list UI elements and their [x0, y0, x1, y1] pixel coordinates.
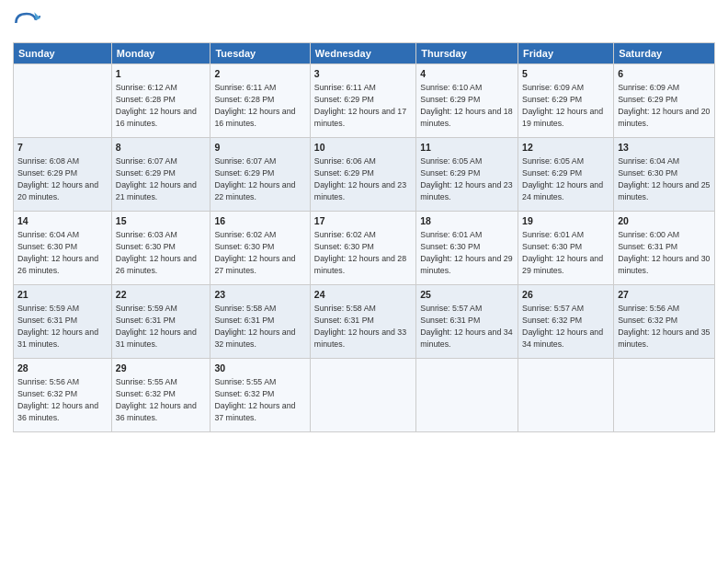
day-info: Sunrise: 5:55 AMSunset: 6:32 PMDaylight:…	[116, 377, 197, 422]
header-cell-tuesday: Tuesday	[210, 43, 310, 64]
day-info: Sunrise: 5:57 AMSunset: 6:31 PMDaylight:…	[420, 304, 512, 349]
day-info: Sunrise: 5:56 AMSunset: 6:32 PMDaylight:…	[17, 377, 98, 422]
day-number: 20	[618, 214, 711, 227]
calendar-cell: 2 Sunrise: 6:11 AMSunset: 6:28 PMDayligh…	[210, 64, 310, 138]
day-info: Sunrise: 5:58 AMSunset: 6:31 PMDaylight:…	[214, 304, 295, 349]
header-row: SundayMondayTuesdayWednesdayThursdayFrid…	[14, 43, 715, 64]
header-cell-friday: Friday	[518, 43, 614, 64]
day-number: 12	[522, 141, 609, 154]
day-info: Sunrise: 5:58 AMSunset: 6:31 PMDaylight:…	[314, 304, 406, 349]
day-number: 26	[522, 288, 609, 301]
day-info: Sunrise: 6:09 AMSunset: 6:29 PMDaylight:…	[522, 83, 603, 128]
calendar-cell: 19 Sunrise: 6:01 AMSunset: 6:30 PMDaylig…	[518, 212, 614, 285]
calendar-cell: 3 Sunrise: 6:11 AMSunset: 6:29 PMDayligh…	[310, 64, 415, 138]
day-info: Sunrise: 5:59 AMSunset: 6:31 PMDaylight:…	[116, 304, 197, 349]
day-number: 27	[618, 288, 711, 301]
day-number: 19	[522, 214, 609, 227]
day-number: 4	[420, 67, 514, 80]
day-info: Sunrise: 6:00 AMSunset: 6:31 PMDaylight:…	[618, 230, 710, 275]
day-info: Sunrise: 6:07 AMSunset: 6:29 PMDaylight:…	[116, 156, 197, 201]
day-info: Sunrise: 5:55 AMSunset: 6:32 PMDaylight:…	[214, 377, 295, 422]
calendar-cell	[14, 64, 112, 138]
logo	[13, 9, 44, 37]
week-row-1: 1 Sunrise: 6:12 AMSunset: 6:28 PMDayligh…	[14, 64, 715, 138]
calendar-cell: 11 Sunrise: 6:05 AMSunset: 6:29 PMDaylig…	[416, 138, 518, 212]
calendar-cell	[310, 359, 415, 432]
logo-icon	[13, 9, 40, 37]
day-info: Sunrise: 6:10 AMSunset: 6:29 PMDaylight:…	[420, 83, 512, 128]
calendar-cell: 30 Sunrise: 5:55 AMSunset: 6:32 PMDaylig…	[210, 359, 310, 432]
day-info: Sunrise: 5:56 AMSunset: 6:32 PMDaylight:…	[618, 304, 710, 349]
day-number: 10	[314, 141, 412, 154]
calendar-cell: 10 Sunrise: 6:06 AMSunset: 6:29 PMDaylig…	[310, 138, 415, 212]
day-number: 17	[314, 214, 412, 227]
page: SundayMondayTuesdayWednesdayThursdayFrid…	[0, 0, 728, 563]
header-cell-thursday: Thursday	[416, 43, 518, 64]
calendar-cell: 5 Sunrise: 6:09 AMSunset: 6:29 PMDayligh…	[518, 64, 614, 138]
calendar-cell: 23 Sunrise: 5:58 AMSunset: 6:31 PMDaylig…	[210, 285, 310, 359]
week-row-2: 7 Sunrise: 6:08 AMSunset: 6:29 PMDayligh…	[14, 138, 715, 212]
day-info: Sunrise: 6:05 AMSunset: 6:29 PMDaylight:…	[522, 156, 603, 201]
calendar-cell: 16 Sunrise: 6:02 AMSunset: 6:30 PMDaylig…	[210, 212, 310, 285]
day-number: 16	[214, 214, 305, 227]
calendar-cell: 9 Sunrise: 6:07 AMSunset: 6:29 PMDayligh…	[210, 138, 310, 212]
week-row-3: 14 Sunrise: 6:04 AMSunset: 6:30 PMDaylig…	[14, 212, 715, 285]
day-info: Sunrise: 6:01 AMSunset: 6:30 PMDaylight:…	[522, 230, 603, 275]
calendar-cell: 15 Sunrise: 6:03 AMSunset: 6:30 PMDaylig…	[111, 212, 210, 285]
day-number: 7	[17, 141, 108, 154]
day-number: 22	[116, 288, 207, 301]
calendar-cell: 17 Sunrise: 6:02 AMSunset: 6:30 PMDaylig…	[310, 212, 415, 285]
day-info: Sunrise: 6:08 AMSunset: 6:29 PMDaylight:…	[17, 156, 98, 201]
day-info: Sunrise: 5:59 AMSunset: 6:31 PMDaylight:…	[17, 304, 98, 349]
day-info: Sunrise: 6:12 AMSunset: 6:28 PMDaylight:…	[116, 83, 197, 128]
day-number: 15	[116, 214, 207, 227]
week-row-4: 21 Sunrise: 5:59 AMSunset: 6:31 PMDaylig…	[14, 285, 715, 359]
day-info: Sunrise: 6:01 AMSunset: 6:30 PMDaylight:…	[420, 230, 512, 275]
calendar-cell	[518, 359, 614, 432]
day-number: 3	[314, 67, 412, 80]
calendar-cell: 21 Sunrise: 5:59 AMSunset: 6:31 PMDaylig…	[14, 285, 112, 359]
calendar-cell: 26 Sunrise: 5:57 AMSunset: 6:32 PMDaylig…	[518, 285, 614, 359]
calendar-cell: 20 Sunrise: 6:00 AMSunset: 6:31 PMDaylig…	[614, 212, 715, 285]
day-number: 6	[618, 67, 711, 80]
calendar-table: SundayMondayTuesdayWednesdayThursdayFrid…	[13, 42, 715, 432]
day-info: Sunrise: 6:09 AMSunset: 6:29 PMDaylight:…	[618, 83, 710, 128]
calendar-cell	[614, 359, 715, 432]
day-number: 30	[214, 362, 305, 374]
day-number: 1	[116, 67, 207, 80]
day-number: 23	[214, 288, 305, 301]
calendar-header: SundayMondayTuesdayWednesdayThursdayFrid…	[14, 43, 715, 64]
day-info: Sunrise: 6:02 AMSunset: 6:30 PMDaylight:…	[214, 230, 295, 275]
calendar-cell: 29 Sunrise: 5:55 AMSunset: 6:32 PMDaylig…	[111, 359, 210, 432]
day-number: 11	[420, 141, 514, 154]
day-info: Sunrise: 6:07 AMSunset: 6:29 PMDaylight:…	[214, 156, 295, 201]
day-number: 9	[214, 141, 305, 154]
header	[13, 9, 715, 37]
calendar-cell: 8 Sunrise: 6:07 AMSunset: 6:29 PMDayligh…	[111, 138, 210, 212]
day-number: 14	[17, 214, 108, 227]
day-info: Sunrise: 6:11 AMSunset: 6:29 PMDaylight:…	[314, 83, 406, 128]
day-info: Sunrise: 6:05 AMSunset: 6:29 PMDaylight:…	[420, 156, 512, 201]
calendar-cell: 4 Sunrise: 6:10 AMSunset: 6:29 PMDayligh…	[416, 64, 518, 138]
day-info: Sunrise: 6:06 AMSunset: 6:29 PMDaylight:…	[314, 156, 406, 201]
week-row-5: 28 Sunrise: 5:56 AMSunset: 6:32 PMDaylig…	[14, 359, 715, 432]
day-number: 5	[522, 67, 609, 80]
day-info: Sunrise: 6:04 AMSunset: 6:30 PMDaylight:…	[17, 230, 98, 275]
header-cell-sunday: Sunday	[14, 43, 112, 64]
calendar-cell: 7 Sunrise: 6:08 AMSunset: 6:29 PMDayligh…	[14, 138, 112, 212]
calendar-cell: 6 Sunrise: 6:09 AMSunset: 6:29 PMDayligh…	[614, 64, 715, 138]
header-cell-monday: Monday	[111, 43, 210, 64]
day-number: 2	[214, 67, 305, 80]
day-info: Sunrise: 5:57 AMSunset: 6:32 PMDaylight:…	[522, 304, 603, 349]
day-number: 18	[420, 214, 514, 227]
calendar-cell: 14 Sunrise: 6:04 AMSunset: 6:30 PMDaylig…	[14, 212, 112, 285]
day-number: 28	[17, 362, 108, 374]
day-number: 24	[314, 288, 412, 301]
calendar-cell: 25 Sunrise: 5:57 AMSunset: 6:31 PMDaylig…	[416, 285, 518, 359]
day-info: Sunrise: 6:02 AMSunset: 6:30 PMDaylight:…	[314, 230, 406, 275]
calendar-cell: 22 Sunrise: 5:59 AMSunset: 6:31 PMDaylig…	[111, 285, 210, 359]
day-number: 29	[116, 362, 207, 374]
calendar-cell: 24 Sunrise: 5:58 AMSunset: 6:31 PMDaylig…	[310, 285, 415, 359]
day-number: 25	[420, 288, 514, 301]
calendar-cell: 12 Sunrise: 6:05 AMSunset: 6:29 PMDaylig…	[518, 138, 614, 212]
